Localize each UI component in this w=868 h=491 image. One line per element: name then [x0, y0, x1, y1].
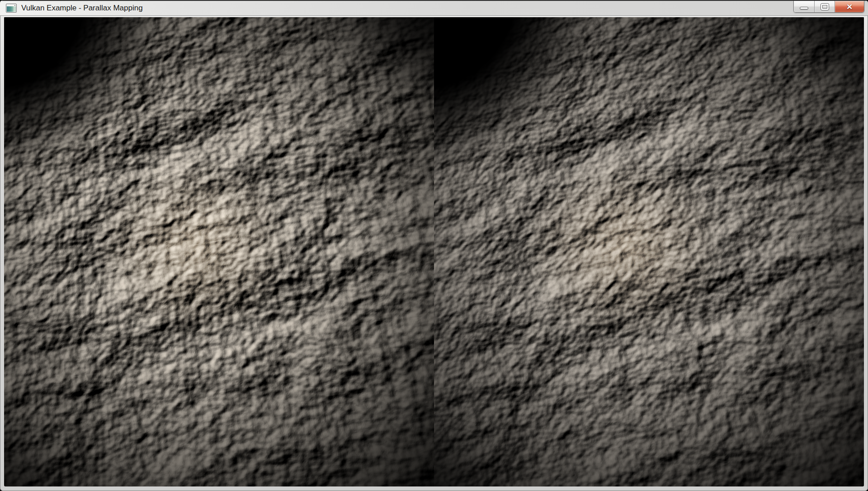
window-title: Vulkan Example - Parallax Mapping — [21, 4, 143, 13]
rock-texture-right — [434, 17, 864, 486]
minimize-button[interactable] — [794, 1, 815, 13]
app-icon-content — [7, 6, 16, 12]
app-icon-dot — [14, 5, 15, 6]
rock-texture-left — [4, 17, 434, 486]
minimize-icon — [800, 7, 808, 10]
caption-button-group: ✕ — [793, 1, 864, 13]
maximize-button[interactable] — [815, 1, 835, 13]
close-button[interactable]: ✕ — [835, 1, 864, 13]
app-window: Vulkan Example - Parallax Mapping ✕ — [0, 0, 868, 491]
app-icon[interactable] — [6, 4, 17, 13]
render-pane-left[interactable] — [4, 17, 434, 486]
titlebar[interactable]: Vulkan Example - Parallax Mapping ✕ — [0, 0, 868, 16]
render-viewport — [4, 17, 864, 486]
close-icon: ✕ — [846, 3, 853, 11]
render-pane-right[interactable] — [434, 17, 864, 486]
maximize-icon — [821, 4, 829, 10]
